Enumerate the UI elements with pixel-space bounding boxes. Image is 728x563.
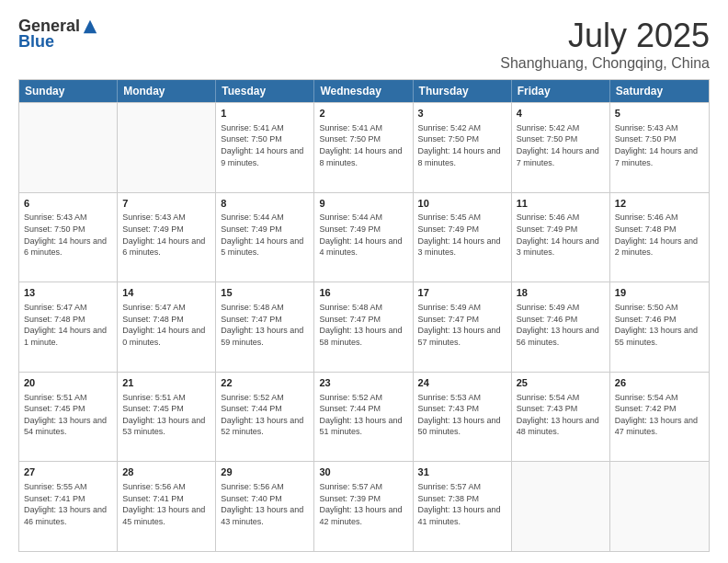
day-number: 29: [221, 465, 309, 479]
logo-icon: [82, 18, 98, 35]
svg-marker-0: [84, 19, 97, 32]
day-number: 17: [418, 286, 506, 300]
weekday-header: Friday: [512, 80, 610, 102]
day-number: 23: [319, 376, 407, 390]
calendar-row: 6Sunrise: 5:43 AMSunset: 7:50 PMDaylight…: [19, 192, 709, 282]
calendar-row: 27Sunrise: 5:55 AMSunset: 7:41 PMDayligh…: [19, 461, 709, 551]
calendar-cell: 14Sunrise: 5:47 AMSunset: 7:48 PMDayligh…: [118, 282, 216, 372]
day-info: Sunrise: 5:41 AMSunset: 7:50 PMDaylight:…: [221, 122, 309, 168]
calendar-cell: [512, 462, 610, 551]
day-number: 16: [319, 286, 407, 300]
calendar-cell: 24Sunrise: 5:53 AMSunset: 7:43 PMDayligh…: [414, 373, 512, 462]
day-number: 26: [615, 376, 704, 390]
day-number: 21: [122, 376, 210, 390]
calendar-cell: 17Sunrise: 5:49 AMSunset: 7:47 PMDayligh…: [414, 282, 512, 372]
day-number: 3: [418, 107, 506, 121]
calendar-cell: 18Sunrise: 5:49 AMSunset: 7:46 PMDayligh…: [512, 282, 610, 372]
day-info: Sunrise: 5:44 AMSunset: 7:49 PMDaylight:…: [221, 212, 309, 258]
calendar: SundayMondayTuesdayWednesdayThursdayFrid…: [18, 79, 710, 552]
day-info: Sunrise: 5:41 AMSunset: 7:50 PMDaylight:…: [319, 122, 407, 168]
day-number: 2: [319, 107, 407, 121]
calendar-cell: 22Sunrise: 5:52 AMSunset: 7:44 PMDayligh…: [216, 373, 314, 462]
day-info: Sunrise: 5:52 AMSunset: 7:44 PMDaylight:…: [319, 392, 407, 438]
calendar-cell: 10Sunrise: 5:45 AMSunset: 7:49 PMDayligh…: [414, 193, 512, 282]
day-info: Sunrise: 5:51 AMSunset: 7:45 PMDaylight:…: [122, 392, 210, 438]
day-info: Sunrise: 5:44 AMSunset: 7:49 PMDaylight:…: [319, 212, 407, 258]
day-number: 1: [221, 107, 309, 121]
day-info: Sunrise: 5:57 AMSunset: 7:38 PMDaylight:…: [418, 481, 506, 527]
day-number: 27: [24, 465, 112, 479]
logo-blue-text: Blue: [18, 32, 54, 52]
day-number: 12: [615, 197, 704, 211]
calendar-body: 1Sunrise: 5:41 AMSunset: 7:50 PMDaylight…: [19, 102, 709, 551]
day-number: 31: [418, 465, 506, 479]
calendar-cell: 13Sunrise: 5:47 AMSunset: 7:48 PMDayligh…: [19, 282, 118, 372]
day-info: Sunrise: 5:49 AMSunset: 7:47 PMDaylight:…: [418, 302, 506, 348]
day-info: Sunrise: 5:48 AMSunset: 7:47 PMDaylight:…: [221, 302, 309, 348]
month-title: July 2025: [500, 17, 710, 55]
calendar-cell: [19, 103, 118, 192]
calendar-row: 1Sunrise: 5:41 AMSunset: 7:50 PMDaylight…: [19, 102, 709, 192]
calendar-cell: [610, 462, 709, 551]
day-number: 7: [122, 197, 210, 211]
day-number: 30: [319, 465, 407, 479]
calendar-cell: 15Sunrise: 5:48 AMSunset: 7:47 PMDayligh…: [216, 282, 314, 372]
day-info: Sunrise: 5:45 AMSunset: 7:49 PMDaylight:…: [418, 212, 506, 258]
day-number: 9: [319, 197, 407, 211]
day-number: 22: [221, 376, 309, 390]
day-info: Sunrise: 5:56 AMSunset: 7:40 PMDaylight:…: [221, 481, 309, 527]
calendar-cell: 25Sunrise: 5:54 AMSunset: 7:43 PMDayligh…: [512, 373, 610, 462]
day-info: Sunrise: 5:50 AMSunset: 7:46 PMDaylight:…: [615, 302, 704, 348]
day-number: 14: [122, 286, 210, 300]
day-info: Sunrise: 5:55 AMSunset: 7:41 PMDaylight:…: [24, 481, 112, 527]
calendar-header: SundayMondayTuesdayWednesdayThursdayFrid…: [19, 80, 709, 102]
logo: General Blue: [18, 17, 98, 52]
day-info: Sunrise: 5:57 AMSunset: 7:39 PMDaylight:…: [319, 481, 407, 527]
day-number: 28: [122, 465, 210, 479]
day-number: 18: [517, 286, 605, 300]
weekday-header: Saturday: [610, 80, 709, 102]
calendar-cell: 9Sunrise: 5:44 AMSunset: 7:49 PMDaylight…: [314, 193, 413, 282]
day-info: Sunrise: 5:49 AMSunset: 7:46 PMDaylight:…: [517, 302, 605, 348]
calendar-cell: [118, 103, 216, 192]
day-number: 20: [24, 376, 112, 390]
weekday-header: Sunday: [19, 80, 118, 102]
calendar-cell: 16Sunrise: 5:48 AMSunset: 7:47 PMDayligh…: [314, 282, 413, 372]
day-info: Sunrise: 5:48 AMSunset: 7:47 PMDaylight:…: [319, 302, 407, 348]
calendar-cell: 3Sunrise: 5:42 AMSunset: 7:50 PMDaylight…: [414, 103, 512, 192]
day-number: 10: [418, 197, 506, 211]
calendar-row: 13Sunrise: 5:47 AMSunset: 7:48 PMDayligh…: [19, 282, 709, 372]
calendar-cell: 1Sunrise: 5:41 AMSunset: 7:50 PMDaylight…: [216, 103, 314, 192]
calendar-cell: 12Sunrise: 5:46 AMSunset: 7:48 PMDayligh…: [610, 193, 709, 282]
day-info: Sunrise: 5:52 AMSunset: 7:44 PMDaylight:…: [221, 392, 309, 438]
calendar-cell: 7Sunrise: 5:43 AMSunset: 7:49 PMDaylight…: [118, 193, 216, 282]
day-info: Sunrise: 5:47 AMSunset: 7:48 PMDaylight:…: [24, 302, 112, 348]
day-info: Sunrise: 5:46 AMSunset: 7:49 PMDaylight:…: [517, 212, 605, 258]
calendar-cell: 28Sunrise: 5:56 AMSunset: 7:41 PMDayligh…: [118, 462, 216, 551]
calendar-cell: 4Sunrise: 5:42 AMSunset: 7:50 PMDaylight…: [512, 103, 610, 192]
calendar-cell: 11Sunrise: 5:46 AMSunset: 7:49 PMDayligh…: [512, 193, 610, 282]
day-number: 4: [517, 107, 605, 121]
calendar-cell: 6Sunrise: 5:43 AMSunset: 7:50 PMDaylight…: [19, 193, 118, 282]
weekday-header: Wednesday: [314, 80, 413, 102]
day-number: 25: [517, 376, 605, 390]
weekday-header: Tuesday: [216, 80, 314, 102]
day-info: Sunrise: 5:43 AMSunset: 7:49 PMDaylight:…: [122, 212, 210, 258]
day-number: 13: [24, 286, 112, 300]
calendar-cell: 8Sunrise: 5:44 AMSunset: 7:49 PMDaylight…: [216, 193, 314, 282]
calendar-cell: 29Sunrise: 5:56 AMSunset: 7:40 PMDayligh…: [216, 462, 314, 551]
day-number: 11: [517, 197, 605, 211]
calendar-cell: 19Sunrise: 5:50 AMSunset: 7:46 PMDayligh…: [610, 282, 709, 372]
page: General Blue July 2025 Shanghuang, Chong…: [0, 0, 728, 563]
day-info: Sunrise: 5:54 AMSunset: 7:42 PMDaylight:…: [615, 392, 704, 438]
calendar-cell: 2Sunrise: 5:41 AMSunset: 7:50 PMDaylight…: [314, 103, 413, 192]
calendar-cell: 26Sunrise: 5:54 AMSunset: 7:42 PMDayligh…: [610, 373, 709, 462]
calendar-cell: 30Sunrise: 5:57 AMSunset: 7:39 PMDayligh…: [314, 462, 413, 551]
day-info: Sunrise: 5:54 AMSunset: 7:43 PMDaylight:…: [517, 392, 605, 438]
day-number: 8: [221, 197, 309, 211]
day-number: 19: [615, 286, 704, 300]
calendar-cell: 27Sunrise: 5:55 AMSunset: 7:41 PMDayligh…: [19, 462, 118, 551]
day-info: Sunrise: 5:42 AMSunset: 7:50 PMDaylight:…: [418, 122, 506, 168]
day-info: Sunrise: 5:56 AMSunset: 7:41 PMDaylight:…: [122, 481, 210, 527]
calendar-cell: 23Sunrise: 5:52 AMSunset: 7:44 PMDayligh…: [314, 373, 413, 462]
